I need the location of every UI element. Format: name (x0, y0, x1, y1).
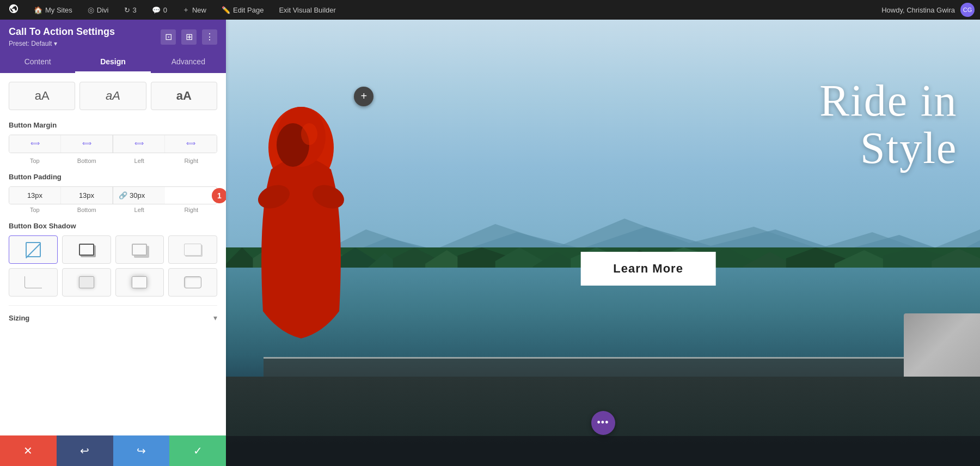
shadow-1[interactable] (62, 235, 111, 264)
font-style-normal-label: aA (35, 89, 50, 103)
padding-top-value: 13px (27, 191, 42, 199)
margin-bottom-cell[interactable]: ⟺ (61, 135, 113, 153)
panel-content: aA aA aA Button Margin ⟺ ⟺ (0, 73, 226, 435)
margin-link-icon-2: ⟺ (82, 140, 91, 147)
sizing-section: Sizing ▾ (9, 305, 217, 322)
margin-link-icon-1: ⟺ (30, 140, 40, 147)
comment-icon: 💬 (152, 6, 161, 14)
hero-line-2: Style (819, 125, 957, 172)
hero-headline-text: Ride in Style (819, 77, 957, 171)
shadow-none[interactable] (9, 235, 58, 264)
cancel-icon: ✕ (23, 444, 33, 457)
main-layout: Call To Action Settings Preset: Default … (0, 20, 980, 466)
divi-label: Divi (97, 6, 109, 14)
box-shadow-label: Button Box Shadow (9, 222, 217, 230)
font-style-options: aA aA aA (9, 82, 217, 110)
red-figure (241, 104, 361, 377)
shadow-5[interactable] (62, 268, 111, 296)
edit-page-item[interactable]: ✏️ Edit Page (218, 5, 267, 15)
shadow-5-icon (79, 276, 94, 288)
step-badge: 1 (212, 188, 226, 203)
user-greeting: Howdy, Christina Gwira (881, 6, 955, 14)
shadow-3[interactable] (168, 235, 217, 264)
shadow-options-grid (9, 235, 217, 296)
tab-content[interactable]: Content (0, 52, 75, 73)
padding-top-label: Top (9, 207, 61, 213)
tab-advanced[interactable]: Advanced (151, 52, 226, 73)
tab-design[interactable]: Design (75, 52, 150, 73)
shadow-7-icon (184, 276, 201, 288)
hero-line-1: Ride in (819, 77, 957, 124)
margin-top-cell[interactable]: ⟺ (9, 135, 61, 153)
my-sites-item[interactable]: 🏠 My Sites (30, 5, 76, 15)
preset-selector[interactable]: Preset: Default ▾ (9, 40, 115, 47)
my-sites-label: My Sites (45, 6, 72, 14)
admin-bar: 🏠 My Sites ◎ Divi ↻ 3 💬 0 ＋ New ✏️ Edit … (0, 0, 980, 20)
floating-menu-button[interactable]: ••• (591, 411, 615, 435)
font-style-uppercase[interactable]: aA (151, 82, 217, 110)
shadow-4[interactable] (9, 268, 58, 296)
save-button[interactable]: ✓ (169, 435, 226, 466)
shadow-2-icon (132, 244, 147, 256)
canvas-background: Ride in Style Learn More + ••• (226, 20, 980, 466)
shadow-6[interactable] (115, 268, 164, 296)
redo-icon: ↪ (137, 444, 146, 457)
learn-more-button[interactable]: Learn More (580, 252, 716, 286)
railing-layer (264, 357, 980, 359)
button-padding-grid: 13px 13px 🔗 30px 🔗 30px (9, 186, 217, 204)
collapse-button[interactable]: ⊡ (161, 29, 176, 45)
undo-icon: ↩ (80, 444, 89, 457)
padding-right-cell[interactable]: 🔗 30px (113, 187, 165, 204)
padding-right-label: Right (166, 207, 218, 213)
padding-sublabels: Top Bottom Left Right (9, 207, 217, 213)
divi-item[interactable]: ◎ Divi (84, 4, 112, 15)
font-style-normal[interactable]: aA (9, 82, 75, 110)
wp-icon (9, 4, 19, 16)
panel-title-group: Call To Action Settings Preset: Default … (9, 26, 115, 47)
preset-label: Preset: Default (9, 40, 52, 47)
padding-link-icon-right: 🔗 (119, 191, 127, 199)
expand-button[interactable]: ⊞ (181, 29, 197, 45)
undo-button[interactable]: ↩ (57, 435, 113, 466)
shadow-7[interactable] (168, 268, 217, 296)
new-item[interactable]: ＋ New (179, 4, 210, 16)
divi-icon: ◎ (88, 5, 94, 14)
comment-item[interactable]: ↻ 3 (121, 5, 140, 15)
padding-top-cell[interactable]: 13px (9, 187, 61, 204)
canvas-bottom-bar (226, 436, 980, 466)
panel-header: Call To Action Settings Preset: Default … (0, 20, 226, 52)
more-options-button[interactable]: ⋮ (202, 29, 217, 45)
margin-left-cell[interactable]: ⟺ (113, 135, 165, 153)
admin-bar-right: Howdy, Christina Gwira CG (881, 3, 975, 17)
comment-count: 3 (133, 6, 137, 14)
shadow-3-icon (184, 244, 201, 256)
cancel-button[interactable]: ✕ (0, 435, 57, 466)
redo-button[interactable]: ↪ (113, 435, 170, 466)
font-style-italic[interactable]: aA (79, 82, 146, 110)
comment-zero-item[interactable]: 💬 0 (149, 5, 170, 15)
shadow-2[interactable] (115, 235, 164, 264)
home-icon: 🏠 (34, 6, 42, 14)
font-style-uppercase-label: aA (176, 89, 192, 103)
svg-point-29 (301, 123, 317, 145)
margin-right-cell[interactable]: ⟺ (165, 135, 217, 153)
wp-icon-item[interactable] (5, 3, 22, 17)
sizing-header[interactable]: Sizing ▾ (9, 313, 217, 322)
canvas-area: Ride in Style Learn More + ••• (226, 20, 980, 466)
margin-link-icon-4: ⟺ (186, 140, 195, 147)
exit-builder-item[interactable]: Exit Visual Builder (275, 5, 339, 15)
hero-headline: Ride in Style (819, 77, 957, 171)
plus-icon: ＋ (182, 5, 189, 15)
button-margin-label: Button Margin (9, 121, 217, 129)
user-avatar[interactable]: CG (960, 3, 975, 17)
sizing-chevron-icon: ▾ (213, 313, 217, 322)
margin-top-label: Top (9, 158, 61, 164)
plus-icon: + (361, 90, 367, 102)
padding-bottom-value: 13px (79, 191, 94, 199)
cta-button-wrapper: Learn More (580, 252, 716, 286)
panel-title: Call To Action Settings (9, 26, 115, 38)
padding-bottom-cell[interactable]: 13px (61, 187, 113, 204)
comment-count-alt: 0 (163, 6, 167, 14)
shadow-none-icon (26, 242, 41, 257)
dots-icon: ••• (597, 417, 609, 428)
